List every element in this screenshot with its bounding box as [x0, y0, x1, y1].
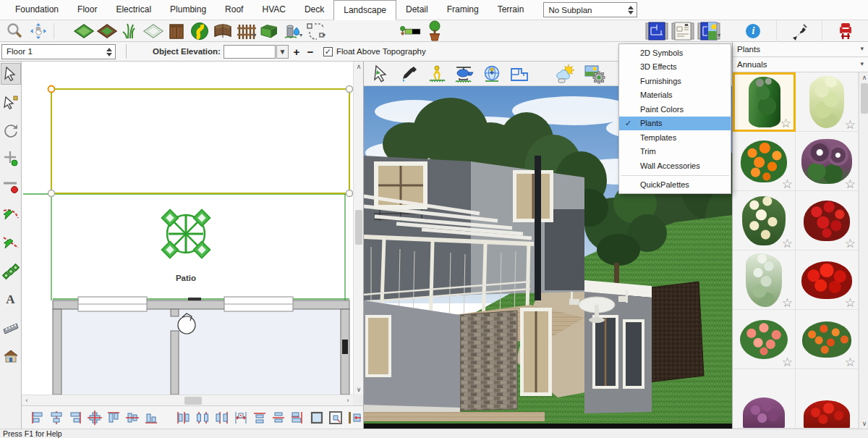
favorite-star-icon[interactable]: ☆ [845, 119, 856, 131]
plant-thumbnail[interactable]: ☆ [733, 191, 796, 250]
elevation-increase-button[interactable]: + [291, 45, 302, 59]
make-square-button[interactable] [308, 408, 325, 426]
sprinkler-tool[interactable]: ▾ [281, 21, 303, 41]
plant-thumbnail[interactable]: ☆ [796, 191, 859, 250]
fence-tool[interactable]: ▾ [235, 21, 257, 41]
plant-thumbnail[interactable]: ☆ [796, 72, 859, 132]
plant-thumbnail[interactable]: ☆ [733, 132, 796, 191]
sprinkler-dropdown-icon[interactable]: ▾ [299, 32, 302, 38]
distribute-left-button[interactable] [175, 408, 192, 426]
menu-item-wall-accessories[interactable]: Wall Accessories [619, 159, 731, 173]
scroll-up-icon[interactable]: ∧ [859, 72, 868, 83]
walkthrough-tool[interactable] [426, 63, 448, 85]
plant-row-tool[interactable] [1, 261, 21, 282]
favorite-star-icon[interactable]: ☆ [845, 178, 856, 190]
fence-dropdown-icon[interactable]: ▾ [253, 32, 256, 38]
distribute-right-button[interactable] [213, 408, 230, 426]
walkthrough-path-tool[interactable] [1, 317, 21, 339]
distribute-top-button[interactable] [251, 408, 268, 426]
menu-item-2d-symbols[interactable]: 2D Symbols [619, 46, 731, 60]
pen-tool-button[interactable] [776, 20, 822, 42]
scroll-down-icon[interactable]: ∨ [354, 384, 364, 395]
menu-item-templates[interactable]: Templates [619, 130, 731, 145]
scroll-down-icon[interactable]: ∨ [859, 418, 868, 429]
draw-line-tool[interactable] [1, 176, 21, 198]
align-left-button[interactable] [29, 408, 46, 426]
tab-terrain[interactable]: Terrain [488, 0, 534, 20]
plant-thumbnail[interactable]: ☆ [796, 132, 859, 191]
plant-thumbnail[interactable]: ☆ [796, 310, 859, 369]
plan-horizontal-scrollbar[interactable]: ‹ › [22, 395, 353, 405]
scroll-left-icon[interactable]: ‹ [22, 395, 32, 405]
favorite-star-icon[interactable]: ☆ [782, 356, 793, 368]
plant-thumbnail-selected[interactable]: ☆ [733, 72, 796, 132]
library-scrollbar[interactable]: ∧ ∨ [859, 72, 868, 429]
tab-electrical[interactable]: Electrical [106, 0, 161, 20]
select-similar-tool[interactable] [1, 91, 21, 113]
scrollbar-thumb[interactable] [184, 397, 202, 405]
plant-thumbnail[interactable] [733, 369, 796, 429]
path-tool[interactable] [189, 21, 210, 41]
camera-view-button[interactable]: ▾ [697, 21, 721, 41]
tab-deck[interactable]: Deck [295, 0, 333, 20]
plant-thumbnail[interactable]: ☆ [796, 250, 859, 310]
floor-overlay-tool[interactable] [509, 63, 530, 85]
favorite-star-icon[interactable]: ☆ [782, 178, 793, 190]
menu-item-furnishings[interactable]: Furnishings [619, 74, 731, 88]
extend-object-button[interactable] [346, 408, 363, 426]
tab-floor[interactable]: Floor [68, 0, 106, 20]
float-above-topography-checkbox[interactable]: ✓ [323, 47, 333, 56]
tab-foundation[interactable]: Foundation [6, 0, 68, 20]
plant-tool[interactable] [119, 21, 141, 41]
scrollbar-thumb[interactable] [355, 210, 362, 245]
favorite-star-icon[interactable]: ☆ [782, 237, 793, 250]
plan-canvas[interactable]: Patio [22, 62, 353, 395]
plan-view-button[interactable] [644, 21, 669, 41]
tab-detail[interactable]: Detail [396, 0, 438, 20]
tab-hvac[interactable]: HVAC [252, 0, 294, 20]
rotate-tool[interactable] [1, 119, 21, 141]
scroll-up-icon[interactable]: ∧ [354, 62, 364, 72]
distribute-middle-button[interactable] [270, 408, 286, 426]
info-button[interactable]: i [731, 20, 776, 42]
spray-region-tool[interactable]: ▾ [305, 21, 326, 41]
favorite-star-icon[interactable]: ☆ [845, 237, 856, 250]
orbital-view-tool[interactable] [481, 63, 503, 85]
menu-item-quickpalettes[interactable]: QuickPalettes [619, 178, 731, 193]
plant-schedule-tool[interactable] [399, 21, 421, 41]
object-elevation-input[interactable] [224, 45, 276, 59]
dimension-between-button[interactable] [232, 408, 249, 426]
retaining-wall-tool[interactable] [212, 21, 234, 41]
terrain-region-tool[interactable] [142, 21, 164, 41]
house-view-tool[interactable] [1, 345, 21, 367]
sunlight-tool[interactable] [556, 63, 578, 85]
distribute-center-horizontal-button[interactable] [194, 408, 210, 426]
menu-item-3d-effects[interactable]: 3D Effects [619, 60, 731, 75]
align-middle-button[interactable] [124, 408, 140, 426]
plan-vertical-scrollbar[interactable]: ∧ ∨ [353, 62, 363, 395]
align-top-button[interactable] [105, 408, 122, 426]
favorite-star-icon[interactable]: ☆ [845, 297, 856, 309]
flyover-tool[interactable] [454, 63, 475, 85]
center-both-button[interactable] [86, 408, 103, 426]
scrollbar-thumb[interactable] [861, 83, 868, 114]
scene-settings-tool[interactable] [584, 63, 605, 85]
curve-tool-b[interactable] [1, 232, 21, 254]
tab-landscape[interactable]: Landscape [333, 0, 396, 20]
menu-item-materials[interactable]: Materials [619, 88, 731, 103]
plant-thumbnail[interactable]: ☆ [733, 310, 796, 369]
align-right-button[interactable] [67, 408, 84, 426]
garden-bed-tool[interactable] [96, 21, 118, 41]
potted-plant-tool[interactable] [422, 21, 447, 41]
zoom-tool[interactable] [4, 21, 26, 41]
elevation-decrease-button[interactable]: − [305, 45, 316, 59]
align-center-vertical-button[interactable] [48, 408, 64, 426]
library-subcategory-select[interactable]: Annuals ▾ [733, 57, 868, 72]
curve-tool-a[interactable] [1, 204, 21, 226]
tab-plumbing[interactable]: Plumbing [161, 0, 216, 20]
distribute-bottom-button[interactable] [289, 408, 306, 426]
floor-select[interactable]: Floor 1 [1, 44, 116, 59]
subplan-select[interactable]: No Subplan [543, 2, 637, 17]
select-3d-tool[interactable] [371, 63, 393, 85]
favorite-star-icon[interactable]: ☆ [780, 117, 791, 130]
